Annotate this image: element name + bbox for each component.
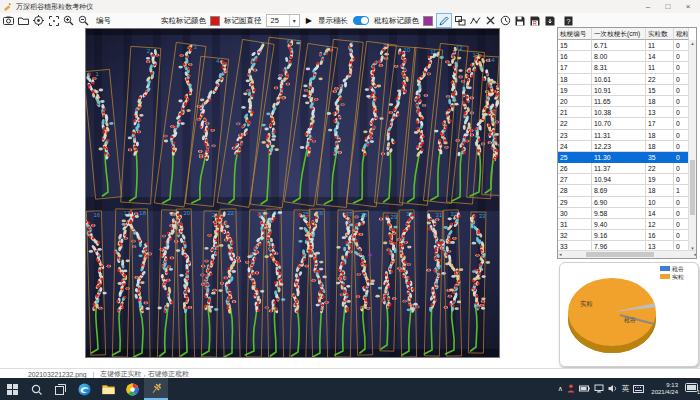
zoom-in-icon[interactable] [62,15,75,27]
scroll-left-icon[interactable]: ◂ [559,251,562,257]
ime-language-indicator[interactable]: 英 [622,384,630,394]
app-window: 万深稻谷穗形粒数考种仪 – □ × 编号 实粒标记颜色 标记圆直径 [0,0,700,400]
table-cell: 18 [646,130,674,141]
table-cell: 30 [558,208,592,219]
table-cell: 21 [558,107,592,118]
table-cell: 20 [558,96,592,107]
window-title: 万深稻谷穗形粒数考种仪 [16,2,93,12]
system-tray: ∧ 英 9:13 2021/4/24 1 [558,378,698,400]
table-row[interactable]: 1810.61220 [558,74,689,85]
svg-text:?: ? [566,17,570,24]
search-icon[interactable] [24,378,48,400]
colorful-app-icon[interactable] [120,378,144,400]
taskbar-clock[interactable]: 9:13 2021/4/24 [651,382,678,396]
chevron-down-icon[interactable]: ▾ [289,15,299,26]
number-tool-label[interactable]: 编号 [96,16,111,26]
start-button[interactable] [0,378,24,400]
table-cell: 31 [558,219,592,230]
tray-person-icon[interactable] [567,384,575,394]
show-spike-length-label: 显示穗长 [318,16,348,26]
table-cell: 19 [646,174,674,185]
task-view-icon[interactable] [48,378,72,400]
scroll-up-icon[interactable]: ▴ [689,40,696,46]
target-icon[interactable] [32,15,45,27]
edge-browser-icon[interactable] [72,378,96,400]
vscroll-thumb[interactable] [690,160,695,215]
table-cell: 0 [674,163,689,174]
table-cell: 24 [558,141,592,152]
table-cell: 0 [674,197,689,208]
empty-color-swatch[interactable] [423,16,433,26]
table-row[interactable]: 2511.30350 [558,152,689,163]
circle-diameter-combobox[interactable]: 25 ▾ [266,14,300,27]
panicle-image-canvas[interactable]: 1234567891011121314151617181920212223242… [85,28,500,358]
table-cell: 10.70 [592,118,646,129]
network-icon[interactable] [594,384,604,394]
table-row[interactable]: 319.40120 [558,219,689,230]
svg-text:22: 22 [228,210,235,216]
touch-keyboard-icon[interactable] [633,385,644,394]
close-button[interactable]: × [678,0,698,13]
save-report-icon[interactable]: R [528,14,542,27]
fullscreen-icon[interactable] [47,15,60,27]
run-button[interactable]: ▶ [306,16,312,25]
table-row[interactable]: 2110.38130 [558,107,689,118]
battery-icon[interactable] [579,385,590,393]
camera-icon[interactable] [2,15,15,27]
table-cell: 14 [646,51,674,62]
table-cell: 35 [646,152,674,163]
table-cell: 25 [558,152,592,163]
table-row[interactable]: 2611.37220 [558,163,689,174]
svg-text:33: 33 [479,213,486,219]
table-row[interactable]: 168.00140 [558,51,689,62]
pencil-tool-button[interactable] [436,13,452,28]
notification-icon[interactable]: 1 [685,383,698,395]
legend-label: 秕谷 [672,266,684,273]
open-folder-icon[interactable] [17,15,30,27]
zoom-out-icon[interactable] [77,15,90,27]
svg-text:29: 29 [391,214,398,220]
file-explorer-icon[interactable] [96,378,120,400]
table-row[interactable]: 2710.94190 [558,174,689,185]
table-row[interactable]: 2210.70170 [558,118,689,129]
vertical-scrollbar[interactable]: ▴ ▾ [688,40,696,251]
table-cell: 18 [558,74,592,85]
table-cell: 0 [674,74,689,85]
save-icon[interactable] [513,14,527,27]
minimize-button[interactable]: – [638,0,658,13]
main-area: 1234567891011121314151617181920212223242… [0,28,700,368]
table-row[interactable]: 288.69181 [558,185,689,196]
app-icon [3,2,12,11]
undo-history-button[interactable] [498,14,512,27]
table-row[interactable]: 178.31110 [558,62,689,73]
polyline-tool-button[interactable] [468,14,482,27]
table-cell: 11.31 [592,130,646,141]
table-row[interactable]: 156.71110 [558,40,689,51]
hscroll-thumb[interactable] [586,252,654,257]
tray-chevron-icon[interactable]: ∧ [558,385,563,393]
table-row[interactable]: 2412.23180 [558,141,689,152]
active-app-wheat-icon[interactable] [144,378,168,400]
pie-label-empty: 秕谷 [624,317,636,324]
table-cell: 8.31 [592,62,646,73]
table-row[interactable]: 309.58140 [558,208,689,219]
horizontal-scrollbar[interactable]: ◂ ▸ [558,250,697,258]
speaker-icon[interactable] [608,384,618,394]
table-row[interactable]: 329.16160 [558,230,689,241]
table-cell: 0 [674,85,689,96]
help-icon[interactable]: ? [561,14,575,27]
show-spike-length-toggle[interactable] [353,16,369,25]
delete-tool-button[interactable] [483,14,497,27]
table-cell: 18 [646,185,674,196]
maximize-button[interactable]: □ [658,0,678,13]
table-row[interactable]: 1910.91150 [558,85,689,96]
table-row[interactable]: 2011.65180 [558,96,689,107]
scroll-right-icon[interactable]: ▸ [694,251,697,257]
filled-color-swatch[interactable] [210,16,220,26]
table-row[interactable]: 2311.31180 [558,130,689,141]
table-cell: 9.58 [592,208,646,219]
shapes-tool-button[interactable] [453,14,467,27]
export-icon[interactable] [543,14,557,27]
table-cell: 10.94 [592,174,646,185]
table-row[interactable]: 296.90100 [558,197,689,208]
